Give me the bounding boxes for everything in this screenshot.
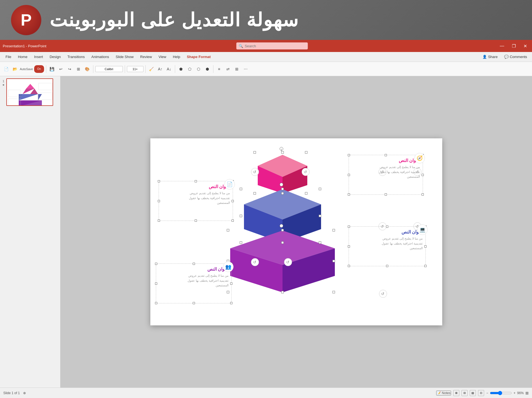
presenter-view-btn[interactable]: ⊡ xyxy=(478,390,484,396)
font-family-input[interactable] xyxy=(95,66,123,72)
zoom-out-icon[interactable]: − xyxy=(486,391,488,395)
ribbon-sep1 xyxy=(46,65,46,73)
reading-view-btn[interactable]: ▤ xyxy=(470,390,476,396)
comments-button[interactable]: 💬 Comments xyxy=(502,54,529,60)
zoom-slider[interactable] xyxy=(490,391,512,395)
menu-design[interactable]: Design xyxy=(47,54,63,60)
menu-animations[interactable]: Animations xyxy=(89,54,112,60)
presentation-view-btn[interactable]: ⊞ xyxy=(75,65,82,73)
slide-sorter-btn[interactable]: ⊟ xyxy=(462,390,468,396)
comments-icon: 💬 xyxy=(504,55,509,59)
svg-point-49 xyxy=(280,224,283,227)
svg-rect-36 xyxy=(281,241,284,244)
svg-rect-9 xyxy=(39,83,52,90)
increase-size-btn[interactable]: A↑ xyxy=(156,65,164,73)
slide-panel: 1 ★ xyxy=(0,76,61,388)
svg-text:↺: ↺ xyxy=(253,260,256,264)
ribbon-sep2 xyxy=(93,65,93,73)
zoom-in-icon[interactable]: + xyxy=(514,391,515,395)
more-btn[interactable]: ⋯ xyxy=(242,65,249,73)
slide-canvas[interactable]: ↺ ↺ ↺ ↺ ↺ ↺ ↺ ↺ xyxy=(150,138,442,325)
shape1-btn[interactable]: ⬟ xyxy=(177,65,185,73)
menu-transitions[interactable]: Transitions xyxy=(65,54,88,60)
menu-bar: File Home Insert Design Transitions Anim… xyxy=(0,52,532,62)
save-button[interactable]: 💾 xyxy=(48,65,56,73)
menu-slideshow[interactable]: Slide Show xyxy=(113,54,136,60)
format-btn[interactable]: ⊞ xyxy=(233,65,241,73)
undo-button[interactable]: ↩ xyxy=(57,65,65,73)
decrease-size-btn[interactable]: A↓ xyxy=(165,65,173,73)
ribbon-sep3 xyxy=(125,65,125,73)
search-input[interactable] xyxy=(245,44,305,48)
svg-rect-48 xyxy=(333,260,335,262)
svg-rect-42 xyxy=(281,229,284,231)
search-icon: 🔍 xyxy=(239,44,243,48)
menu-insert[interactable]: Insert xyxy=(31,54,46,60)
textbox-4-body: من منا لا يطمح إلى تقديم عروضتقديمية احت… xyxy=(159,273,229,288)
svg-point-40 xyxy=(280,183,283,186)
svg-text:↺: ↺ xyxy=(381,292,384,296)
svg-rect-35 xyxy=(240,241,242,244)
textbox-1[interactable]: 📄 عنوان النص من منا لا يطمح إلى تقديم عر… xyxy=(159,181,233,221)
status-bar: Slide 1 of 1 ⊕ 📝 Notes ⊞ ⊟ ▤ ⊡ − + 96% ⊠ xyxy=(0,388,532,398)
textbox-2[interactable]: 🧭 عنوان النص من منا لا يطمح إلى تقديم عر… xyxy=(349,155,423,195)
color-btn[interactable]: 🎨 xyxy=(83,65,91,73)
menu-home[interactable]: Home xyxy=(15,54,30,60)
textbox-4[interactable]: 👥 عنوان النص من منا لا يطمح إلى تقديم عر… xyxy=(156,263,232,303)
normal-view-btn[interactable]: ⊞ xyxy=(453,390,459,396)
textbox-3-title: عنوان النص xyxy=(352,229,423,235)
status-right: 📝 Notes ⊞ ⊟ ▤ ⊡ − + 96% ⊠ xyxy=(436,390,529,396)
ribbon-open-btn[interactable]: 📂 xyxy=(11,65,19,73)
minimize-button[interactable]: — xyxy=(498,43,506,49)
menu-review[interactable]: Review xyxy=(137,54,155,60)
textbox-1-title: عنوان النص xyxy=(162,184,230,189)
search-box[interactable]: 🔍 xyxy=(236,42,308,50)
redo-button[interactable]: ↪ xyxy=(66,65,74,73)
textbox-2-body: من منا لا يطمح إلى تقديم عروضتقديمية احت… xyxy=(352,165,420,179)
ribbon-new-btn[interactable]: 📄 xyxy=(2,65,10,73)
svg-rect-27 xyxy=(305,192,307,194)
slide-number: 1 xyxy=(2,78,4,83)
menu-file[interactable]: File xyxy=(3,54,14,60)
list-btn[interactable]: ≡ xyxy=(215,65,223,73)
ribbon: 📄 📂 AutoSave On 💾 ↩ ↪ ⊞ 🎨 🧹 A↑ A↓ ⬟ ⬠ ⬡ … xyxy=(0,62,532,76)
notes-icon: 📝 xyxy=(437,391,441,395)
notes-button[interactable]: 📝 Notes xyxy=(436,391,451,396)
menu-share-area: 👤 Share 💬 Comments xyxy=(480,54,529,60)
slide-thumbnail-container: 1 ★ xyxy=(2,78,58,106)
clear-format-btn[interactable]: 🧹 xyxy=(148,65,155,73)
textbox-4-title: عنوان النص xyxy=(159,267,229,272)
slide-content: ↺ ↺ ↺ ↺ ↺ ↺ ↺ ↺ xyxy=(150,138,442,325)
zoom-area: − + 96% ⊠ xyxy=(486,391,529,395)
accessibility-icon: ⊕ xyxy=(23,391,26,395)
zoom-level: 96% xyxy=(517,391,524,395)
shape3-btn[interactable]: ⬡ xyxy=(195,65,202,73)
svg-text:↺: ↺ xyxy=(304,170,307,174)
svg-rect-26 xyxy=(281,192,284,194)
text-direction-btn[interactable]: ⇄ xyxy=(224,65,232,73)
menu-help[interactable]: Help xyxy=(170,54,183,60)
autosave-toggle[interactable]: On xyxy=(34,65,44,73)
shape4-btn[interactable]: ⬢ xyxy=(203,65,211,73)
shape2-btn[interactable]: ⬠ xyxy=(186,65,194,73)
ribbon-sep4 xyxy=(145,65,146,73)
font-size-input[interactable] xyxy=(127,66,143,72)
textbox-3[interactable]: 💻 عنوان النص من منا لا يطمح إلى تقديم عر… xyxy=(349,226,426,266)
svg-marker-0 xyxy=(26,84,34,89)
share-button[interactable]: 👤 Share xyxy=(480,54,500,60)
svg-rect-34 xyxy=(319,188,321,190)
svg-rect-41 xyxy=(227,229,229,231)
textbox-1-body: من منا لا يطمح إلى تقديم عروضتقديمية احت… xyxy=(162,191,230,205)
menu-shapeformat[interactable]: Shape Format xyxy=(184,54,213,60)
svg-rect-23 xyxy=(281,151,284,153)
ribbon-sep6 xyxy=(213,65,213,73)
svg-text:↺: ↺ xyxy=(286,260,289,264)
menu-view[interactable]: View xyxy=(156,54,169,60)
svg-rect-25 xyxy=(254,192,256,194)
restore-button[interactable]: ❐ xyxy=(510,43,518,49)
svg-marker-7 xyxy=(19,100,42,106)
slide-thumbnail[interactable] xyxy=(6,78,53,106)
close-button[interactable]: ✕ xyxy=(521,43,529,49)
fit-page-btn[interactable]: ⊠ xyxy=(525,391,529,395)
svg-rect-43 xyxy=(333,229,335,231)
